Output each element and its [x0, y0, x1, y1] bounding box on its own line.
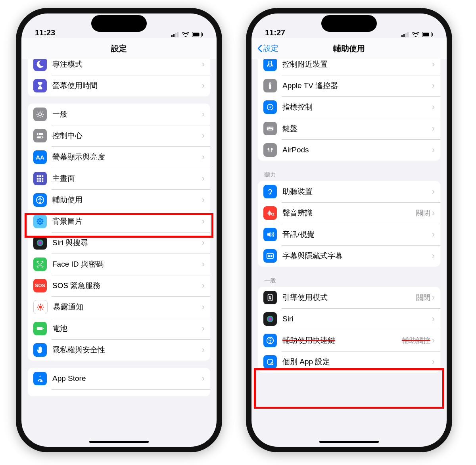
svg-point-71 — [270, 338, 271, 339]
row-label: 助聽裝置 — [282, 186, 432, 197]
accessibility-list[interactable]: 控制附近裝置 › Apple TV 遙控器 › 指標控制 › — [251, 59, 447, 447]
chevron-right-icon: › — [202, 131, 210, 141]
svg-rect-16 — [39, 178, 41, 180]
svg-rect-48 — [405, 33, 407, 37]
settings-row-controlcenter[interactable]: 控制中心 › — [28, 125, 210, 146]
speaker-icon — [263, 228, 277, 241]
row-sound-recognition[interactable]: 聲音辨識 關閉 › — [258, 202, 440, 224]
row-label: 控制附近裝置 — [282, 59, 432, 69]
row-label: 輔助使用 — [52, 195, 202, 205]
settings-row-display[interactable]: AA 螢幕顯示與亮度 › — [28, 146, 210, 168]
row-label: 螢幕顯示與亮度 — [52, 152, 202, 162]
home-indicator[interactable] — [89, 441, 149, 443]
chevron-right-icon: › — [202, 345, 210, 355]
battery-icon — [33, 322, 47, 335]
row-siri[interactable]: Siri › — [258, 308, 440, 330]
pointer-icon — [263, 100, 277, 114]
settings-row-faceid[interactable]: Face ID 與密碼 › — [28, 254, 210, 275]
page-title: 設定 — [111, 43, 127, 54]
chevron-right-icon: › — [432, 186, 440, 197]
chevron-right-icon: › — [202, 109, 210, 119]
settings-row-sos[interactable]: SOS SOS 緊急服務 › — [28, 275, 210, 296]
row-audio-visual[interactable]: 音訊/視覺 › — [258, 224, 440, 245]
svg-rect-12 — [37, 175, 39, 177]
settings-row-cut[interactable] — [28, 389, 210, 396]
svg-point-57 — [269, 106, 271, 108]
row-label: 一般 — [52, 109, 202, 119]
settings-row-wallpaper[interactable]: 背景圖片 › — [28, 211, 210, 232]
row-airpods[interactable]: AirPods › — [258, 139, 440, 161]
faceid-icon — [33, 257, 47, 271]
svg-point-31 — [41, 222, 43, 224]
svg-point-29 — [41, 219, 43, 221]
row-label: 控制中心 — [52, 131, 202, 141]
row-label: 指標控制 — [282, 102, 432, 112]
svg-rect-6 — [202, 33, 203, 36]
row-keyboard[interactable]: 鍵盤 › — [258, 118, 440, 139]
chevron-right-icon: › — [432, 292, 440, 303]
settings-row-focus[interactable]: 專注模式 › — [28, 59, 210, 75]
settings-row-appstore[interactable]: App Store › — [28, 368, 210, 389]
home-indicator[interactable] — [319, 441, 379, 443]
svg-point-41 — [42, 304, 43, 306]
svg-rect-51 — [423, 33, 429, 37]
svg-point-40 — [38, 304, 39, 306]
wifi-icon — [412, 32, 420, 37]
settings-row-accessibility[interactable]: 輔助使用 › — [28, 189, 210, 211]
settings-row-homescreen[interactable]: 主畫面 › — [28, 168, 210, 189]
chevron-right-icon: › — [432, 229, 440, 240]
row-label: 螢幕使用時間 — [52, 81, 202, 91]
chevron-right-icon: › — [432, 314, 440, 324]
settings-list[interactable]: 專注模式 › 螢幕使用時間 › 一般 › — [21, 59, 217, 447]
settings-row-general[interactable]: 一般 › — [28, 104, 210, 125]
settings-row-privacy[interactable]: 隱私權與安全性 › — [28, 339, 210, 361]
row-value: 關閉 — [416, 208, 430, 218]
svg-rect-15 — [37, 178, 39, 180]
status-time: 11:23 — [35, 28, 55, 37]
svg-point-34 — [41, 263, 42, 264]
chevron-right-icon: › — [202, 238, 210, 248]
group-hearing: 助聽裝置 › 聲音辨識 關閉 › 音訊/視覺 › — [258, 181, 440, 267]
exposure-icon — [33, 300, 48, 314]
chevron-right-icon: › — [202, 281, 210, 291]
row-appletv-remote[interactable]: Apple TV 遙控器 › — [258, 75, 440, 96]
svg-point-30 — [37, 222, 39, 224]
nav-bar: 設定 — [21, 38, 217, 59]
moon-icon — [33, 59, 47, 71]
chevron-right-icon: › — [202, 81, 210, 91]
row-nearby[interactable]: 控制附近裝置 › — [258, 59, 440, 75]
svg-point-28 — [37, 219, 39, 221]
row-per-app[interactable]: 個別 App 設定 › — [258, 351, 440, 373]
svg-rect-60 — [269, 127, 269, 128]
accessibility-icon — [33, 193, 47, 207]
row-shortcut[interactable]: 輔助使用快速鍵 輔助觸控 › — [258, 330, 440, 351]
group-physical: 控制附近裝置 › Apple TV 遙控器 › 指標控制 › — [258, 59, 440, 161]
flower-icon — [33, 215, 47, 228]
row-captions[interactable]: 字幕與隱藏式字幕 › — [258, 245, 440, 267]
row-pointer[interactable]: 指標控制 › — [258, 96, 440, 118]
row-label: SOS 緊急服務 — [52, 281, 202, 291]
chevron-right-icon: › — [432, 251, 440, 261]
row-label: 電池 — [52, 323, 202, 334]
row-label: 主畫面 — [52, 173, 202, 184]
svg-rect-14 — [42, 175, 44, 177]
settings-row-siri[interactable]: Siri 與搜尋 › — [28, 232, 210, 254]
settings-row-exposure[interactable]: 暴露通知 › — [28, 296, 210, 318]
chevron-right-icon: › — [432, 81, 440, 91]
row-label: 鍵盤 — [282, 123, 432, 134]
ear-icon — [263, 185, 277, 198]
svg-rect-1 — [173, 34, 175, 37]
siri-icon — [33, 236, 47, 250]
svg-rect-53 — [269, 61, 271, 66]
svg-point-27 — [42, 221, 44, 223]
settings-row-battery[interactable]: 電池 › — [28, 318, 210, 339]
row-hearing-devices[interactable]: 助聽裝置 › — [258, 181, 440, 202]
battery-icon — [192, 32, 203, 37]
svg-rect-8 — [37, 133, 44, 135]
chevron-right-icon: › — [202, 302, 210, 312]
back-button[interactable]: 設定 — [257, 43, 278, 54]
row-guided-access[interactable]: 引導使用模式 關閉 › — [258, 287, 440, 308]
svg-rect-9 — [37, 136, 44, 138]
settings-row-screentime[interactable]: 螢幕使用時間 › — [28, 75, 210, 96]
chevron-right-icon: › — [432, 145, 440, 155]
